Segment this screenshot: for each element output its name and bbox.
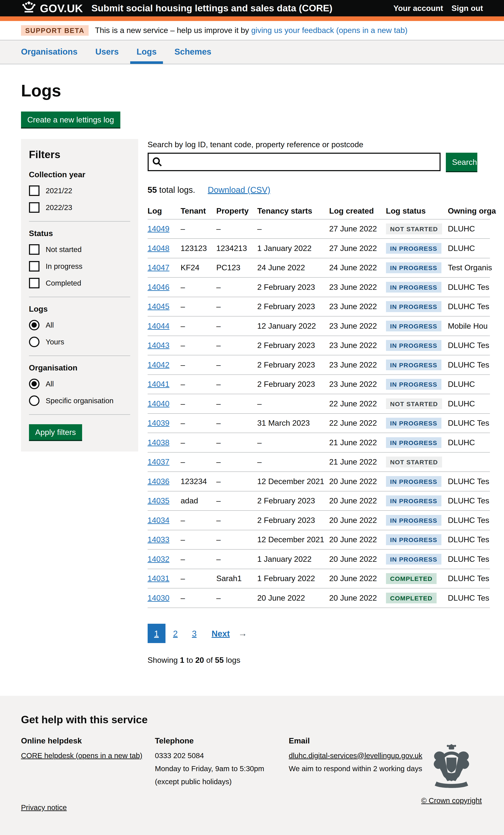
next-page-link[interactable]: Next [208, 624, 233, 643]
govuk-logo[interactable]: GOV.UK [21, 1, 83, 15]
checkbox[interactable] [29, 261, 39, 271]
page-1-current[interactable]: 1 [148, 624, 165, 643]
log-id-link[interactable]: 14041 [148, 380, 169, 388]
privacy-notice-link[interactable]: Privacy notice [21, 803, 67, 812]
nav-link-logs[interactable]: Logs [130, 40, 163, 64]
footer-link[interactable]: CORE helpdesk (opens in a new tab) [21, 751, 142, 760]
checkbox[interactable] [29, 185, 39, 196]
radio-option-specific-organisation[interactable]: Specific organisation [29, 395, 130, 406]
owning-organisation-cell: DLUHC Tes [448, 340, 492, 351]
log-id-link[interactable]: 14043 [148, 341, 169, 350]
apply-filters-button[interactable]: Apply filters [29, 424, 82, 440]
log-id-link[interactable]: 14048 [148, 244, 169, 253]
log-id-link[interactable]: 14036 [148, 477, 169, 486]
log-id-link[interactable]: 14033 [148, 535, 169, 544]
log-status-cell: In progress [386, 475, 448, 488]
radio-button[interactable] [29, 337, 39, 347]
phase-banner-text: This is a new service – help us improve … [95, 26, 407, 35]
log-id-link[interactable]: 14035 [148, 496, 169, 505]
status-badge: In progress [386, 243, 442, 254]
checkbox[interactable] [29, 244, 39, 255]
nav-link-schemes[interactable]: Schemes [168, 40, 218, 64]
log-status-cell: In progress [386, 533, 448, 546]
radio-option-all[interactable]: All [29, 379, 130, 389]
checkbox[interactable] [29, 278, 39, 288]
log-created-cell: 20 June 2022 [329, 476, 386, 487]
radio-button[interactable] [29, 395, 39, 406]
log-id-link[interactable]: 14040 [148, 399, 169, 408]
log-status-cell: Not started [386, 398, 448, 410]
log-id-link[interactable]: 14045 [148, 302, 169, 311]
property-cell: – [216, 495, 257, 506]
log-id-link[interactable]: 14049 [148, 224, 169, 233]
log-id-link[interactable]: 14044 [148, 322, 169, 330]
page-2[interactable]: 2 [166, 624, 184, 643]
log-id-link[interactable]: 14047 [148, 263, 169, 272]
status-badge: In progress [386, 321, 442, 332]
log-id-link[interactable]: 14039 [148, 419, 169, 427]
log-created-cell: 23 June 2022 [329, 301, 386, 312]
log-id-link[interactable]: 14031 [148, 574, 169, 583]
log-id-link[interactable]: 14046 [148, 283, 169, 291]
tenancy-starts-cell: 2 February 2023 [257, 340, 329, 351]
radio-option-yours[interactable]: Yours [29, 337, 130, 347]
footer-col-heading: Email [289, 736, 423, 745]
log-id-link[interactable]: 14032 [148, 555, 169, 564]
owning-organisation-cell: DLUHC Tes [448, 282, 492, 293]
your-account-link[interactable]: Your account [393, 4, 443, 13]
status-badge: In progress [386, 379, 442, 390]
radio-button[interactable] [29, 320, 39, 330]
filters-heading: Filters [29, 148, 130, 161]
checkbox-option-2021-22[interactable]: 2021/22 [29, 185, 130, 196]
tenancy-starts-cell: 31 March 2023 [257, 418, 329, 429]
next-arrow-icon[interactable]: → [238, 628, 247, 638]
govuk-logotype: GOV.UK [40, 2, 83, 15]
service-name[interactable]: Submit social housing lettings and sales… [92, 3, 332, 14]
crown-copyright-link[interactable]: © Crown copyright [421, 796, 482, 805]
create-lettings-log-button[interactable]: Create a new lettings log [21, 111, 120, 127]
log-created-cell: 20 June 2022 [329, 534, 386, 545]
tenant-cell: – [181, 359, 216, 370]
log-id-link[interactable]: 14030 [148, 593, 169, 602]
status-badge: In progress [386, 301, 442, 312]
footer-link[interactable]: dluhc.digital-services@levellingup.gov.u… [289, 751, 422, 760]
log-id-link[interactable]: 14042 [148, 360, 169, 369]
radio-option-all[interactable]: All [29, 320, 130, 330]
property-cell: PC123 [216, 262, 257, 273]
download-csv-link[interactable]: Download (CSV) [208, 185, 270, 195]
tenancy-starts-cell: 12 December 2021 [257, 476, 329, 487]
tenancy-starts-cell: – [257, 456, 329, 467]
checkbox[interactable] [29, 202, 39, 213]
search-input[interactable] [148, 153, 441, 171]
page-3[interactable]: 3 [185, 624, 203, 643]
column-header-tenant: Tenant [181, 205, 216, 217]
log-id-link[interactable]: 14038 [148, 438, 169, 447]
log-id-link[interactable]: 14034 [148, 516, 169, 525]
log-id-link[interactable]: 14037 [148, 457, 169, 466]
radio-button[interactable] [29, 379, 39, 389]
nav-link-users[interactable]: Users [89, 40, 125, 64]
log-status-cell: In progress [386, 417, 448, 430]
log-created-cell: 20 June 2022 [329, 554, 386, 565]
tenancy-starts-cell: 20 June 2022 [257, 592, 329, 604]
nav-link-organisations[interactable]: Organisations [15, 40, 84, 64]
tenancy-starts-cell: 2 February 2023 [257, 495, 329, 506]
checkbox-option-not-started[interactable]: Not started [29, 244, 130, 255]
log-created-cell: 20 June 2022 [329, 495, 386, 506]
header-account-nav: Your account Sign out [393, 4, 483, 13]
filter-group-heading: Logs [29, 305, 130, 313]
summary-part: 20 [195, 656, 204, 665]
property-cell: – [216, 340, 257, 351]
feedback-link[interactable]: giving us your feedback (opens in a new … [251, 26, 407, 35]
table-row: 14044––12 January 202223 June 2022In pro… [148, 317, 490, 336]
option-label: Completed [46, 279, 81, 287]
log-status-cell: In progress [386, 359, 448, 371]
owning-organisation-cell: DLUHC [448, 437, 490, 448]
sign-out-link[interactable]: Sign out [451, 4, 483, 13]
option-label: Not started [46, 245, 82, 254]
search-button[interactable]: Search [446, 153, 477, 171]
checkbox-option-completed[interactable]: Completed [29, 278, 130, 288]
checkbox-option-2022-23[interactable]: 2022/23 [29, 202, 130, 213]
table-row: 14031–Sarah11 February 202220 June 2022C… [148, 569, 490, 589]
checkbox-option-in-progress[interactable]: In progress [29, 261, 130, 271]
